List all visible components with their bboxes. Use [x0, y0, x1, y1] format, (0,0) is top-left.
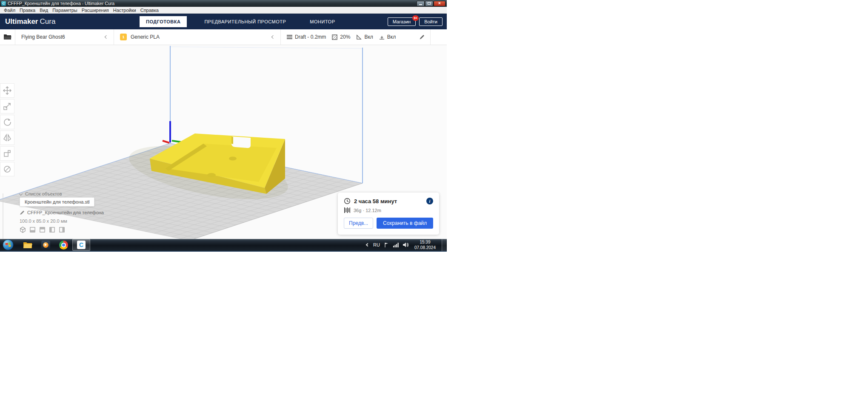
material-usage-row: 36g · 12.12m — [344, 207, 433, 213]
pencil-icon — [20, 210, 25, 215]
infill-label: 20% — [340, 34, 350, 40]
support-blocker-icon — [3, 165, 11, 173]
rotate-tool-button[interactable] — [0, 115, 14, 129]
object-list-label: Список объектов — [25, 191, 62, 196]
tab-preview[interactable]: ПРЕДВАРИТЕЛЬНЫЙ ПРОСМОТР — [198, 16, 292, 27]
infill-setting[interactable]: 20% — [332, 34, 350, 40]
chrome-icon — [59, 241, 68, 250]
support-blocker-button[interactable] — [0, 162, 14, 176]
menu-parameters[interactable]: Параметры — [50, 8, 80, 13]
view-right-icon[interactable] — [59, 227, 65, 233]
tab-monitor[interactable]: МОНИТОР — [303, 16, 341, 27]
view-front-icon[interactable] — [29, 227, 36, 233]
clock-time: 15:39 — [414, 239, 436, 245]
model-notch — [231, 136, 251, 148]
view-top-icon[interactable] — [39, 227, 46, 233]
marketplace-label: Магазин — [393, 19, 411, 24]
object-list-toggle[interactable]: Список объектов — [20, 191, 62, 196]
menu-preferences[interactable]: Настройки — [111, 8, 138, 13]
taskbar-media-player-button[interactable] — [37, 238, 54, 251]
menu-file[interactable]: Файл — [2, 8, 17, 13]
window-titlebar[interactable]: C CFFFP_Кроенштейн для телефона - Ultima… — [0, 0, 447, 7]
start-button[interactable] — [3, 239, 14, 250]
model-hole-2 — [207, 173, 216, 177]
move-tool-button[interactable] — [0, 83, 14, 98]
extruder-icon: 1 — [120, 34, 127, 40]
print-time: 2 часа 58 минут — [354, 198, 423, 204]
support-icon — [356, 34, 362, 40]
layers-icon — [287, 34, 292, 40]
chevron-down-icon — [19, 192, 23, 196]
network-icon[interactable] — [393, 243, 399, 247]
object-list-item[interactable]: Кроенштейн для телефона.stl — [20, 197, 94, 207]
flag-icon[interactable] — [384, 242, 389, 247]
start-orb-icon — [5, 242, 11, 247]
taskbar-explorer-button[interactable] — [19, 238, 37, 251]
adhesion-setting[interactable]: Вкл — [379, 34, 396, 40]
taskbar-chrome-button[interactable] — [54, 238, 72, 251]
mirror-tool-button[interactable] — [0, 130, 14, 145]
window-controls: × — [417, 1, 445, 6]
maximize-icon — [428, 2, 431, 5]
model-hole-1 — [229, 157, 237, 161]
media-player-icon — [41, 241, 50, 250]
move-tool-icon — [3, 86, 11, 95]
open-file-button[interactable] — [0, 29, 15, 45]
printer-selector[interactable]: Flying Bear Ghost6 — [15, 29, 114, 45]
chevron-left-icon — [271, 35, 275, 39]
sign-in-button[interactable]: Войти — [419, 17, 443, 26]
menu-help[interactable]: Справка — [138, 8, 161, 13]
tab-prepare[interactable]: ПОДГОТОВКА — [140, 16, 187, 27]
app-logo: UltimakerCura — [5, 17, 55, 26]
per-model-settings-button[interactable] — [0, 146, 14, 161]
support-label: Вкл — [364, 34, 373, 40]
viewport-3d[interactable]: Список объектов Кроенштейн для телефона.… — [0, 45, 447, 239]
material-usage: 36g · 12.12m — [354, 208, 381, 213]
hidden-icons-chevron[interactable] — [366, 243, 369, 247]
preview-button[interactable]: Предв... — [344, 218, 373, 229]
view-3d-icon[interactable] — [20, 227, 26, 233]
build-volume-top-edge — [170, 47, 363, 48]
language-indicator[interactable]: RU — [373, 242, 380, 247]
header-actions: Магазин 9+ Войти — [388, 17, 443, 26]
support-setting[interactable]: Вкл — [356, 34, 373, 40]
scale-tool-button[interactable] — [0, 99, 14, 113]
menu-edit[interactable]: Правка — [17, 8, 37, 13]
adhesion-label: Вкл — [387, 34, 396, 40]
clock-date: 07.08.2024 — [414, 245, 436, 250]
close-button[interactable]: × — [434, 1, 445, 6]
window-title: CFFFP_Кроенштейн для телефона - Ultimake… — [8, 1, 415, 6]
minimize-button[interactable] — [417, 1, 425, 6]
taskbar-clock[interactable]: 15:39 07.08.2024 — [414, 239, 436, 250]
volume-icon[interactable] — [403, 242, 408, 247]
info-icon[interactable]: i — [426, 198, 433, 204]
print-time-row: 2 часа 58 минут i — [344, 198, 433, 204]
object-dimensions: 100.0 x 85.0 x 20.0 мм — [20, 218, 67, 224]
menu-extensions[interactable]: Расширения — [80, 8, 111, 13]
taskbar-cura-button[interactable]: C — [72, 239, 90, 251]
rotate-tool-icon — [3, 118, 11, 126]
tool-strip — [0, 83, 14, 176]
profile-setting[interactable]: Draft - 0.2mm — [287, 34, 326, 40]
camera-view-buttons — [20, 227, 65, 233]
print-settings-panel[interactable]: Draft - 0.2mm 20% Вкл Вкл — [281, 29, 431, 45]
per-model-settings-icon — [3, 149, 11, 158]
project-name-row[interactable]: CFFFP_Кроенштейн для телефона — [20, 210, 104, 215]
view-left-icon[interactable] — [49, 227, 55, 233]
marketplace-button[interactable]: Магазин 9+ — [388, 17, 416, 26]
close-icon: × — [438, 1, 441, 6]
spool-icon — [344, 207, 350, 213]
cura-icon: C — [77, 241, 86, 249]
menu-view[interactable]: Вид — [37, 8, 50, 13]
summary-actions: Предв... Сохранить в файл — [344, 218, 433, 229]
save-to-file-button[interactable]: Сохранить в файл — [377, 218, 433, 229]
stage-tabs: ПОДГОТОВКА ПРЕДВАРИТЕЛЬНЫЙ ПРОСМОТР МОНИ… — [140, 14, 341, 29]
maximize-button[interactable] — [425, 1, 433, 6]
material-selector[interactable]: 1 Generic PLA — [114, 29, 281, 45]
edit-settings-icon[interactable] — [419, 34, 425, 40]
show-desktop-button[interactable] — [442, 238, 446, 251]
model-notch-side — [231, 136, 233, 144]
app-icon: C — [1, 1, 6, 6]
explorer-icon — [23, 241, 32, 249]
adhesion-icon — [379, 34, 385, 40]
